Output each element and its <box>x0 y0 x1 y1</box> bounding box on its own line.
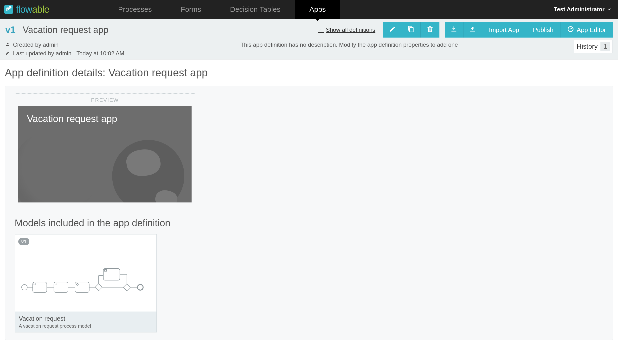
pencil-small-icon <box>5 50 10 57</box>
logo[interactable]: flowable <box>0 0 56 19</box>
description-placeholder: This app definition has no description. … <box>240 41 458 48</box>
arrow-left-icon: ← <box>318 26 324 33</box>
nav-tabs: Processes Forms Decision Tables Apps <box>104 0 340 19</box>
history-count: 1 <box>600 42 610 51</box>
history-button[interactable]: History 1 <box>574 40 613 53</box>
svg-point-11 <box>77 284 78 286</box>
delete-button[interactable] <box>421 22 439 38</box>
pencil-icon <box>389 26 396 34</box>
publish-button[interactable]: Publish <box>526 22 560 38</box>
top-nav: flowable Processes Forms Decision Tables… <box>0 0 618 19</box>
model-thumbnail: v1 <box>15 234 156 312</box>
import-app-button[interactable]: Import App <box>482 22 526 38</box>
tab-decision-tables[interactable]: Decision Tables <box>216 0 295 19</box>
globe-shadow-graphic <box>18 130 98 202</box>
model-footer: Vacation request A vacation request proc… <box>15 312 156 332</box>
tab-processes[interactable]: Processes <box>104 0 166 19</box>
action-group-edit <box>383 22 439 38</box>
tab-forms[interactable]: Forms <box>166 0 216 19</box>
last-updated-line: Last updated by admin - Today at 10:02 A… <box>5 50 124 57</box>
svg-marker-21 <box>123 284 130 291</box>
created-by-text: Created by admin <box>13 41 58 48</box>
edit-circle-icon <box>567 26 574 34</box>
preview-frame: PREVIEW Vacation request app <box>15 93 195 206</box>
app-editor-label: App Editor <box>577 26 606 34</box>
created-by-line: Created by admin <box>5 41 124 48</box>
logo-text: flowable <box>16 4 49 15</box>
logo-icon <box>3 4 14 15</box>
page-heading: App definition details: Vacation request… <box>5 67 613 79</box>
svg-rect-18 <box>104 269 106 271</box>
chevron-down-icon <box>607 6 611 13</box>
show-all-label: Show all definitions <box>326 26 375 33</box>
duplicate-button[interactable] <box>402 22 421 38</box>
title-block: v1 Vacation request app <box>5 25 109 35</box>
model-version-badge: v1 <box>18 238 29 245</box>
history-label: History <box>577 43 598 50</box>
app-editor-button[interactable]: App Editor <box>560 22 613 38</box>
user-menu[interactable]: Test Administrator <box>547 0 618 19</box>
svg-point-23 <box>137 285 143 290</box>
model-card[interactable]: v1 <box>15 234 157 332</box>
svg-marker-13 <box>95 284 102 291</box>
last-updated-text: Last updated by admin - Today at 10:02 A… <box>13 50 124 57</box>
action-group-io: Import App Publish App Editor <box>445 22 613 38</box>
model-name: Vacation request <box>19 315 153 322</box>
main-content: App definition details: Vacation request… <box>0 59 618 347</box>
bpmn-diagram-icon <box>20 259 152 303</box>
trash-icon <box>427 26 433 34</box>
subheader: v1 Vacation request app ← Show all defin… <box>0 19 618 59</box>
upload-icon <box>469 26 476 34</box>
meta-block: Created by admin Last updated by admin -… <box>5 41 124 57</box>
copy-icon <box>408 26 414 34</box>
user-icon <box>5 41 10 48</box>
app-preview-title: Vacation request app <box>18 106 192 131</box>
user-name: Test Administrator <box>554 6 605 13</box>
app-title: Vacation request app <box>23 25 108 35</box>
svg-point-2 <box>22 285 27 290</box>
content-box: PREVIEW Vacation request app Models incl… <box>5 86 613 340</box>
svg-rect-5 <box>34 283 36 285</box>
edit-button[interactable] <box>383 22 402 38</box>
show-all-definitions-link[interactable]: ← Show all definitions <box>318 26 375 33</box>
app-preview-tile[interactable]: Vacation request app <box>18 106 192 202</box>
svg-rect-8 <box>55 283 57 285</box>
models-heading: Models included in the app definition <box>15 218 603 228</box>
version-badge: v1 <box>5 25 19 34</box>
download-button[interactable] <box>445 22 464 38</box>
preview-label: PREVIEW <box>18 97 192 103</box>
model-description: A vacation request process model <box>19 323 153 329</box>
tab-apps[interactable]: Apps <box>295 0 340 19</box>
globe-icon <box>112 140 184 202</box>
export-button[interactable] <box>464 22 482 38</box>
download-icon <box>451 26 457 34</box>
